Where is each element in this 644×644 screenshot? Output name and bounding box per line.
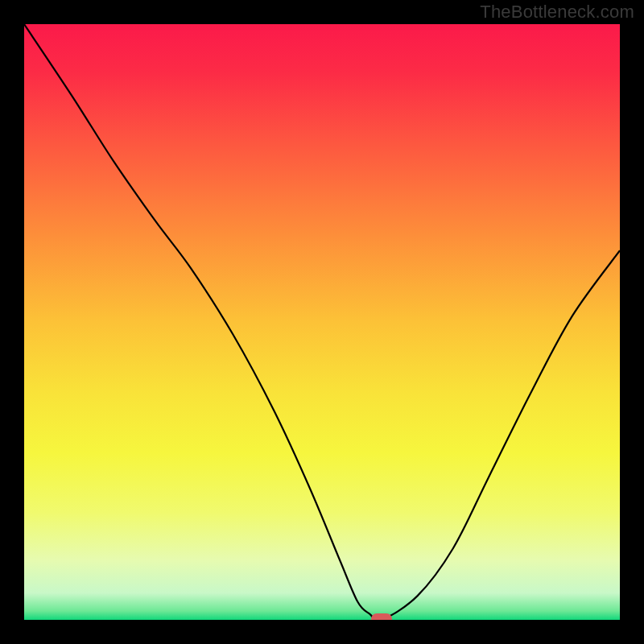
- minimum-marker: [371, 613, 392, 620]
- plot-area: [24, 24, 620, 620]
- bottleneck-curve: [24, 24, 620, 620]
- chart-frame: TheBottleneck.com: [0, 0, 644, 644]
- watermark-text: TheBottleneck.com: [480, 2, 634, 23]
- curve-path: [24, 24, 620, 620]
